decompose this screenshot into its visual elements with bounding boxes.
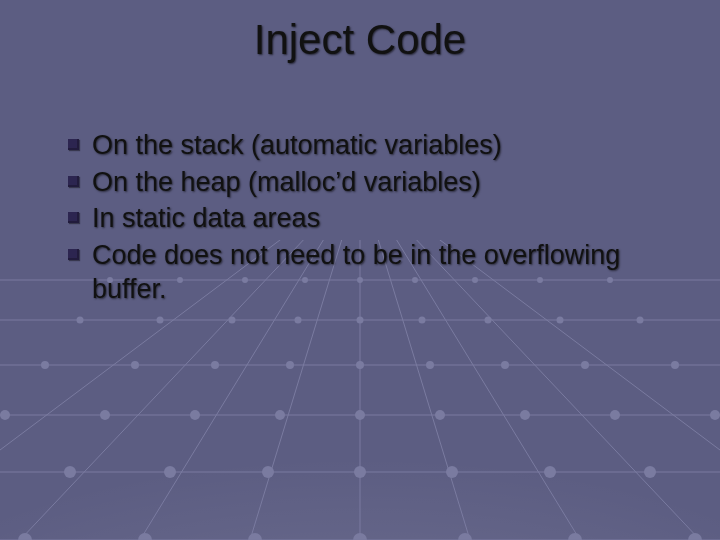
svg-point-34 <box>131 361 139 369</box>
bullet-item: Code does not need to be in the overflow… <box>68 238 680 307</box>
svg-point-31 <box>557 317 564 324</box>
svg-point-43 <box>100 410 110 420</box>
svg-point-29 <box>419 317 426 324</box>
bullet-item: On the heap (malloc’d variables) <box>68 165 680 200</box>
svg-point-50 <box>710 410 720 420</box>
svg-point-32 <box>637 317 644 324</box>
svg-point-41 <box>671 361 679 369</box>
svg-point-65 <box>568 533 582 540</box>
svg-point-33 <box>41 361 49 369</box>
svg-point-62 <box>248 533 262 540</box>
svg-point-37 <box>356 361 364 369</box>
bullet-item: On the stack (automatic variables) <box>68 128 680 163</box>
svg-point-66 <box>688 533 702 540</box>
svg-point-57 <box>544 466 556 478</box>
svg-point-38 <box>426 361 434 369</box>
bullet-list: On the stack (automatic variables) On th… <box>68 128 680 307</box>
svg-point-27 <box>295 317 302 324</box>
svg-point-48 <box>520 410 530 420</box>
svg-point-42 <box>0 410 10 420</box>
svg-point-56 <box>446 466 458 478</box>
svg-point-52 <box>64 466 76 478</box>
svg-point-64 <box>458 533 472 540</box>
svg-point-24 <box>77 317 84 324</box>
slide-title: Inject Code <box>0 16 720 64</box>
svg-point-55 <box>354 466 366 478</box>
bullet-text: In static data areas <box>92 203 320 233</box>
svg-point-54 <box>262 466 274 478</box>
svg-point-63 <box>353 533 367 540</box>
slide-body: On the stack (automatic variables) On th… <box>68 128 680 309</box>
svg-point-53 <box>164 466 176 478</box>
svg-point-46 <box>355 410 365 420</box>
svg-point-44 <box>190 410 200 420</box>
svg-point-45 <box>275 410 285 420</box>
svg-point-26 <box>229 317 236 324</box>
svg-point-40 <box>581 361 589 369</box>
svg-point-58 <box>644 466 656 478</box>
svg-point-39 <box>501 361 509 369</box>
svg-point-61 <box>138 533 152 540</box>
svg-point-25 <box>157 317 164 324</box>
slide: Inject Code On the stack (automatic vari… <box>0 0 720 540</box>
svg-point-47 <box>435 410 445 420</box>
svg-point-36 <box>286 361 294 369</box>
svg-point-28 <box>357 317 364 324</box>
svg-point-49 <box>610 410 620 420</box>
bullet-item: In static data areas <box>68 201 680 236</box>
svg-point-60 <box>18 533 32 540</box>
bullet-text: Code does not need to be in the overflow… <box>92 240 620 305</box>
bullet-text: On the stack (automatic variables) <box>92 130 502 160</box>
svg-point-30 <box>485 317 492 324</box>
svg-point-35 <box>211 361 219 369</box>
bullet-text: On the heap (malloc’d variables) <box>92 167 481 197</box>
